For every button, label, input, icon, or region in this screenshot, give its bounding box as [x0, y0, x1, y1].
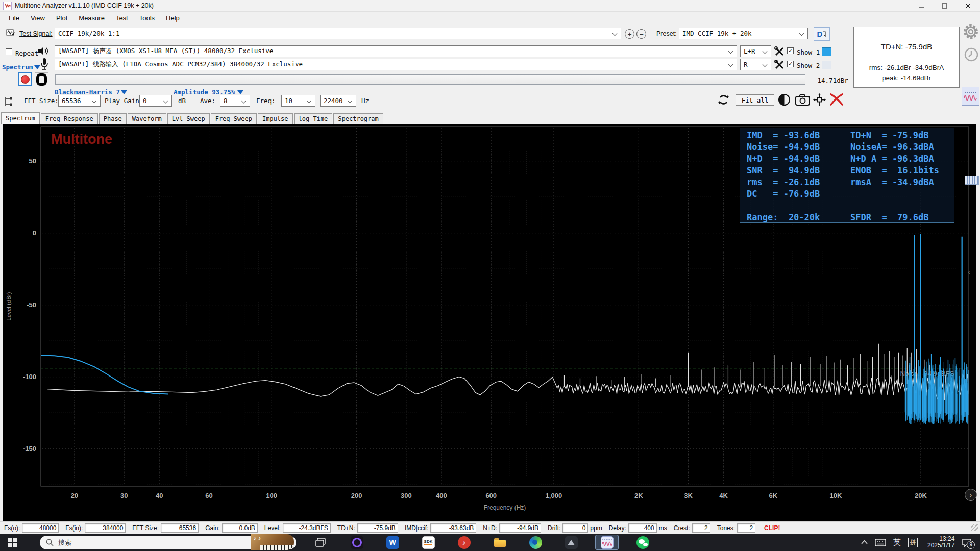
status-bar: Fs(o):48000Fs(in):384000FFT Size:65536Ga… [0, 521, 980, 534]
menu-item-test[interactable]: Test [110, 13, 134, 23]
svg-text:-50: -50 [27, 301, 36, 309]
maximize-button[interactable] [934, 0, 954, 11]
taskbar-app-sdk-icon[interactable]: SDK [416, 535, 440, 550]
svg-text:50: 50 [29, 157, 36, 165]
lang-pinyin-indicator[interactable]: 拼 [908, 538, 918, 547]
minimize-button[interactable] [911, 0, 932, 11]
tab-freq-sweep[interactable]: Freq Sweep [211, 113, 257, 124]
tab-waveform[interactable]: Waveform [128, 113, 166, 124]
svg-text:20: 20 [71, 492, 78, 499]
menu-item-file[interactable]: File [3, 13, 25, 23]
tab-impulse[interactable]: Impulse [258, 113, 293, 124]
tab-spectrum[interactable]: Spectrum [1, 112, 40, 124]
status-field-drift: Drift:0ppm [548, 523, 602, 533]
output-settings-icon[interactable] [774, 46, 785, 57]
svg-text:2K: 2K [634, 492, 643, 499]
measurement-readout-left: IMD = -93.6dB Noise= -94.9dB N+D = -94.9… [747, 130, 820, 223]
menu-item-tools[interactable]: Tools [134, 13, 160, 23]
tab-log-time[interactable]: log-Time [294, 113, 333, 124]
taskbar-app-chat-bot-icon[interactable] [345, 535, 369, 550]
keyboard-icon[interactable] [875, 539, 886, 546]
fit-all-button[interactable]: Fit all [736, 94, 774, 106]
close-button[interactable] [958, 0, 978, 11]
menu-item-view[interactable]: View [25, 13, 51, 23]
routing-icon[interactable] [3, 96, 13, 107]
search-highlight-art[interactable]: ♪ ♪ [251, 534, 294, 550]
collapse-panel-icon[interactable]: ‹ [968, 267, 970, 276]
freq-min-combobox[interactable]: 10 [281, 95, 315, 107]
input-spectrum-trace [47, 373, 969, 401]
taskbar-app-file-explorer-icon[interactable] [488, 535, 511, 550]
level-readout: -14.71dBr [814, 77, 848, 84]
record-icon [21, 75, 30, 84]
screenshot-button[interactable] [795, 94, 811, 106]
microphone-icon[interactable] [39, 58, 50, 71]
input-device-combobox[interactable]: [WASAPI] 线路输入 (E1DA Cosmos ADC PCM32/384… [55, 59, 737, 70]
show1-color-swatch[interactable] [822, 47, 831, 56]
output-channel-combobox[interactable]: L+R [740, 45, 771, 57]
svg-text:100: 100 [266, 492, 277, 499]
menu-item-help[interactable]: Help [160, 13, 185, 23]
tray-expand-icon[interactable] [861, 540, 868, 544]
refresh-button[interactable] [717, 93, 730, 106]
stop-button[interactable] [35, 72, 48, 86]
input-channel-combobox[interactable]: R [740, 59, 771, 70]
ruler-icon[interactable] [965, 176, 979, 185]
show1-label: Show 1 [797, 48, 820, 56]
analysis-mode-label[interactable]: Spectrum [2, 63, 33, 71]
taskbar-app-word-icon[interactable]: W [381, 535, 404, 550]
repeat-checkbox[interactable] [6, 48, 12, 55]
gear-icon[interactable] [963, 23, 979, 40]
show2-label: Show 2 [797, 62, 820, 69]
add-preset-button[interactable]: + [625, 29, 634, 39]
notification-button[interactable]: 9 [962, 538, 972, 547]
history-icon[interactable] [964, 47, 979, 62]
peak-readout: peak: -14.69dBr [854, 74, 959, 82]
taskbar-app-wechat-icon[interactable] [631, 535, 654, 550]
tab-lvl-sweep[interactable]: Lvl Sweep [167, 113, 210, 124]
tray-clock[interactable]: 13:24 2025/1/17 [927, 536, 954, 549]
freq-label: Freq: [256, 97, 276, 105]
output-device-combobox[interactable]: [WASAPI] 扬声器 (XMOS XS1-U8 MFA (ST)) 4800… [55, 45, 737, 57]
play-gain-combobox[interactable]: 0 [139, 95, 172, 107]
system-tray: 英 拼 13:24 2025/1/17 9 [857, 534, 977, 551]
menu-item-measure[interactable]: Measure [73, 13, 110, 23]
window-dropdown-icon[interactable] [121, 90, 127, 94]
averaging-combobox[interactable]: 8 [220, 95, 250, 107]
taskbar-app-edge-icon[interactable] [524, 535, 547, 550]
status-field-crest: Crest:2 [674, 523, 710, 533]
show2-checkbox[interactable]: ✓ [787, 61, 794, 67]
contrast-button[interactable] [778, 93, 791, 106]
tab-freq-response[interactable]: Freq Response [41, 113, 98, 124]
show1-checkbox[interactable]: ✓ [787, 47, 794, 54]
lang-en-indicator[interactable]: 英 [893, 538, 901, 547]
tab-phase[interactable]: Phase [99, 113, 127, 124]
status-field-fso: Fs(o):48000 [4, 523, 59, 533]
taskbar-app-music-icon[interactable]: ♪ [452, 535, 476, 550]
input-settings-icon[interactable] [774, 60, 785, 70]
svg-text:600: 600 [485, 492, 497, 499]
preset-combobox[interactable]: IMD CCIF 19k + 20k [679, 28, 808, 39]
remove-preset-button[interactable]: − [636, 29, 646, 39]
axis-scroll-right-button[interactable]: › [965, 489, 977, 501]
resize-grip[interactable] [971, 524, 978, 531]
start-button[interactable] [8, 538, 17, 547]
clear-button[interactable] [829, 92, 844, 107]
taskbar-app-dark-app-icon[interactable] [559, 535, 583, 550]
speaker-icon[interactable] [37, 45, 49, 57]
task-view-button[interactable] [315, 538, 326, 547]
show2-color-swatch[interactable] [822, 61, 831, 69]
waveform-panel-button[interactable] [962, 87, 979, 106]
default-preset-button[interactable]: D [814, 27, 830, 41]
tab-spectrogram[interactable]: Spectrogram [333, 113, 383, 124]
pan-button[interactable] [813, 93, 826, 106]
amplitude-dropdown-icon[interactable] [237, 90, 243, 94]
clock-date: 2025/1/17 [927, 542, 954, 549]
fft-size-combobox[interactable]: 65536 [58, 95, 101, 107]
search-icon [46, 539, 54, 546]
menu-item-plot[interactable]: Plot [51, 13, 73, 23]
taskbar-app-multitone-icon[interactable] [595, 535, 619, 550]
record-button[interactable] [18, 72, 32, 86]
test-signal-combobox[interactable]: CCIF 19k/20k 1:1 [55, 28, 621, 39]
freq-max-combobox[interactable]: 22400 [320, 95, 356, 107]
